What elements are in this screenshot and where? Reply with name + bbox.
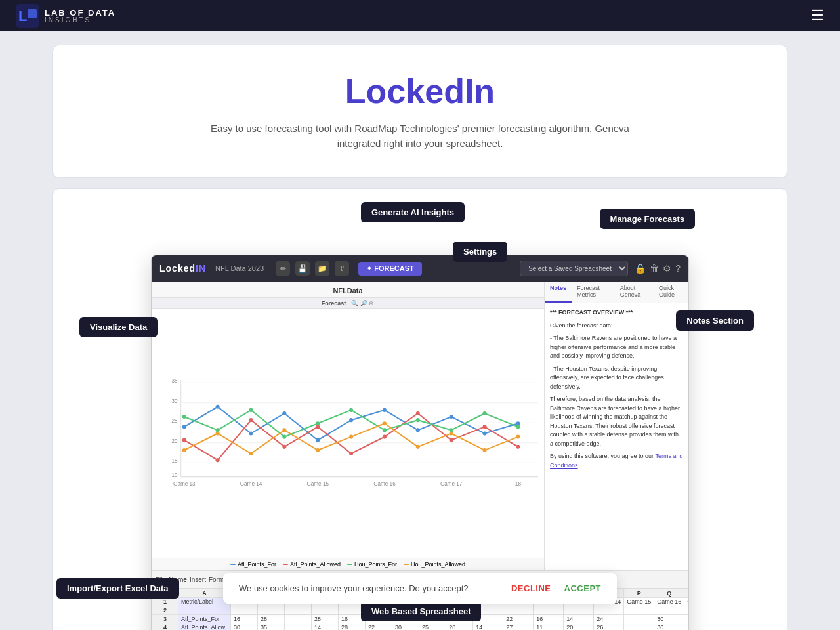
- svg-point-53: [316, 448, 320, 452]
- table-cell[interactable]: [624, 623, 654, 631]
- table-cell[interactable]: [684, 615, 688, 623]
- tab-about-geneva[interactable]: About Geneva: [615, 282, 654, 303]
- settings-icon[interactable]: ⚙: [663, 263, 671, 274]
- table-cell[interactable]: 28: [339, 623, 366, 631]
- forecast-button[interactable]: ✦ FORECAST: [358, 262, 422, 276]
- svg-point-51: [249, 452, 253, 455]
- table-cell[interactable]: 14: [564, 615, 594, 623]
- edit-icon[interactable]: ✏: [276, 261, 290, 276]
- lock-icon[interactable]: 🔒: [635, 263, 646, 274]
- table-cell[interactable]: 3: [152, 615, 178, 623]
- table-cell[interactable]: [231, 606, 258, 615]
- table-cell[interactable]: 24: [594, 615, 624, 623]
- table-cell[interactable]: [684, 606, 688, 615]
- table-cell[interactable]: 28: [446, 623, 473, 631]
- table-cell[interactable]: 1: [152, 598, 178, 606]
- table-cell[interactable]: Game 16: [654, 598, 684, 606]
- table-cell[interactable]: 26: [594, 623, 624, 631]
- legend-atl-allow: Atl_Points_Allowed: [283, 561, 341, 568]
- table-cell[interactable]: 30: [654, 623, 684, 631]
- table-cell[interactable]: [285, 606, 312, 615]
- svg-point-55: [383, 421, 387, 425]
- table-cell[interactable]: 28: [258, 615, 285, 623]
- svg-text:Game 15: Game 15: [307, 481, 329, 487]
- table-cell[interactable]: 30: [231, 623, 258, 631]
- table-cell[interactable]: 22: [503, 615, 534, 623]
- svg-point-47: [482, 411, 486, 415]
- table-cell[interactable]: [564, 606, 594, 615]
- svg-point-22: [383, 408, 387, 412]
- table-cell[interactable]: 30: [654, 615, 684, 623]
- table-cell[interactable]: 16: [534, 615, 564, 623]
- table-cell[interactable]: 2: [152, 606, 178, 615]
- table-cell[interactable]: [258, 606, 285, 615]
- callout-generate: Generate AI Insights: [361, 202, 465, 222]
- table-cell[interactable]: 27: [503, 623, 534, 631]
- legend-atl-for: Atl_Points_For: [230, 561, 276, 568]
- svg-point-35: [450, 438, 453, 442]
- table-cell[interactable]: [684, 623, 688, 631]
- table-cell[interactable]: 28: [312, 615, 339, 623]
- navbar: L LAB OF DATA INSIGHTS ☰: [0, 0, 840, 32]
- logo-text: LAB OF DATA INSIGHTS: [45, 9, 116, 24]
- table-cell[interactable]: [624, 606, 654, 615]
- svg-point-36: [482, 425, 486, 429]
- table-cell[interactable]: [534, 606, 564, 615]
- terms-link[interactable]: Terms and Conditions: [550, 453, 682, 469]
- table-cell[interactable]: 25: [419, 623, 446, 631]
- svg-point-37: [516, 445, 520, 449]
- svg-point-28: [216, 458, 220, 462]
- cookie-message: We use cookies to improve your experienc…: [239, 583, 498, 593]
- svg-text:30: 30: [172, 398, 178, 404]
- table-cell[interactable]: [654, 606, 684, 615]
- chart-label-forecast: Forecast: [322, 300, 346, 306]
- chart-legend: Atl_Points_For Atl_Points_Allowed Hou_Po…: [152, 558, 544, 570]
- tab-notes[interactable]: Notes: [545, 282, 572, 303]
- legend-hou-allow: Hou_Points_Allowed: [404, 561, 465, 568]
- help-icon[interactable]: ?: [675, 263, 681, 274]
- app-content: NFLData Forecast 🔍 🔎 ⊕ 35 30: [152, 282, 688, 570]
- table-cell[interactable]: Atl_Points_For: [178, 615, 231, 623]
- table-cell[interactable]: [285, 623, 312, 631]
- accept-button[interactable]: ACCEPT: [564, 583, 601, 593]
- table-cell[interactable]: 35: [258, 623, 285, 631]
- chart-title: NFLData: [152, 282, 544, 298]
- table-cell[interactable]: 4: [152, 623, 178, 631]
- share-icon[interactable]: ⇧: [335, 261, 349, 276]
- table-cell[interactable]: 14: [473, 623, 503, 631]
- table-cell[interactable]: 14: [312, 623, 339, 631]
- table-cell[interactable]: Atl_Points_Allow: [178, 623, 231, 631]
- trash-icon[interactable]: 🗑: [650, 263, 659, 274]
- saved-spreadsheet-select[interactable]: Select a Saved Spreadsheet: [520, 261, 628, 276]
- notes-content: *** FORECAST OVERVIEW *** Given the fore…: [545, 303, 688, 570]
- decline-button[interactable]: DECLINE: [511, 583, 551, 593]
- folder-icon[interactable]: 📁: [315, 261, 329, 276]
- table-cell[interactable]: [503, 606, 534, 615]
- col-p: P: [624, 589, 654, 598]
- chart-area: NFLData Forecast 🔍 🔎 ⊕ 35 30: [152, 282, 544, 570]
- hamburger-button[interactable]: ☰: [811, 7, 824, 24]
- table-cell[interactable]: [312, 606, 339, 615]
- save-icon[interactable]: 💾: [295, 261, 310, 276]
- app-icons: ✏ 💾 📁 ⇧: [276, 261, 349, 276]
- logo-insights-text: INSIGHTS: [45, 17, 116, 24]
- svg-point-16: [182, 425, 186, 429]
- insert-menu[interactable]: Insert: [190, 576, 206, 583]
- table-cell[interactable]: 22: [366, 623, 392, 631]
- table-cell[interactable]: Game 17: [684, 598, 688, 606]
- cookie-banner: We use cookies to improve your experienc…: [223, 573, 617, 604]
- svg-point-48: [516, 425, 520, 429]
- table-cell[interactable]: 16: [231, 615, 258, 623]
- table-cell[interactable]: 20: [564, 623, 594, 631]
- svg-point-34: [416, 411, 420, 415]
- table-cell[interactable]: [285, 615, 312, 623]
- tab-forecast-metrics[interactable]: Forecast Metrics: [572, 282, 615, 303]
- table-cell[interactable]: [178, 606, 231, 615]
- tab-quick-guide[interactable]: Quick Guide: [654, 282, 688, 303]
- table-cell[interactable]: [594, 606, 624, 615]
- table-cell[interactable]: Game 15: [624, 598, 654, 606]
- callout-notes: Notes Section: [676, 310, 754, 331]
- table-cell[interactable]: 30: [392, 623, 419, 631]
- table-cell[interactable]: [624, 615, 654, 623]
- table-cell[interactable]: 11: [534, 623, 564, 631]
